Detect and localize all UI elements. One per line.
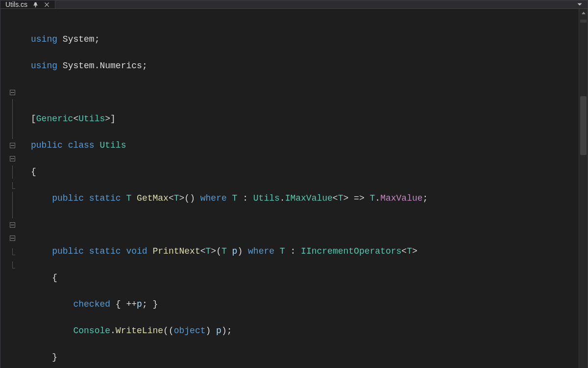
tab-filename: Utils.cs: [5, 0, 27, 8]
scroll-thumb[interactable]: [580, 96, 587, 155]
folding-gutter[interactable]: [0, 9, 24, 368]
vertical-scrollbar[interactable]: [579, 9, 588, 368]
code-editor[interactable]: using System; using System.Numerics; [Ge…: [24, 9, 579, 368]
chevron-down-icon: [577, 1, 583, 7]
pin-icon[interactable]: [32, 1, 39, 8]
close-icon[interactable]: [44, 1, 50, 8]
file-tab[interactable]: Utils.cs: [0, 0, 55, 8]
fold-toggle-icon[interactable]: [10, 143, 15, 148]
fold-toggle-icon[interactable]: [10, 222, 15, 228]
fold-toggle-icon[interactable]: [10, 156, 15, 161]
editor-area: using System; using System.Numerics; [Ge…: [0, 9, 588, 368]
tab-bar-overflow[interactable]: [577, 0, 588, 8]
editor-window: Utils.cs: [0, 0, 588, 368]
scroll-track[interactable]: [579, 18, 588, 368]
tab-bar: Utils.cs: [0, 0, 588, 9]
fold-toggle-icon[interactable]: [10, 90, 15, 95]
fold-toggle-icon[interactable]: [10, 236, 15, 241]
scroll-up-icon[interactable]: [579, 9, 588, 18]
